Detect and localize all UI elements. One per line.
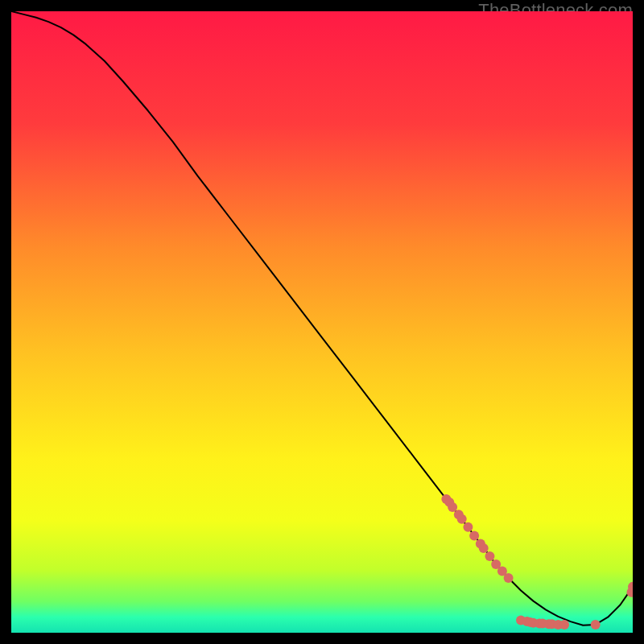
chart-frame: TheBottleneck.com: [0, 0, 644, 644]
data-marker: [469, 531, 479, 541]
chart-plot: [11, 11, 633, 633]
data-marker: [485, 551, 494, 561]
chart-background: [11, 11, 633, 633]
data-marker: [457, 514, 467, 524]
data-marker: [448, 502, 457, 512]
data-marker: [559, 620, 569, 630]
data-marker: [504, 573, 514, 583]
data-marker: [591, 620, 601, 630]
data-marker: [463, 522, 473, 532]
data-marker: [479, 543, 489, 553]
